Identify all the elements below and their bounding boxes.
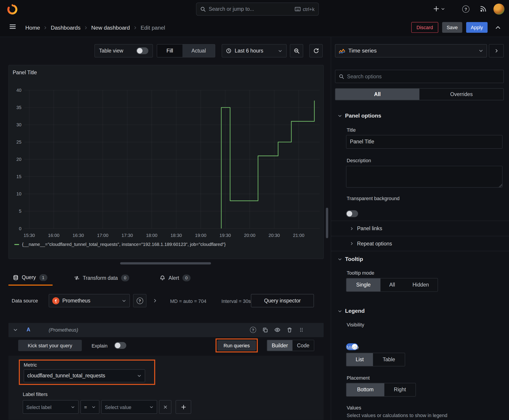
- search-options-input[interactable]: [347, 74, 500, 79]
- kick-start-query-button[interactable]: Kick start your query: [18, 340, 82, 351]
- user-avatar[interactable]: [494, 4, 504, 15]
- search-options[interactable]: [335, 70, 504, 83]
- title-field[interactable]: [346, 135, 502, 149]
- display-mode-actual[interactable]: Actual: [182, 45, 215, 57]
- datasource-picker[interactable]: Prometheus: [49, 294, 130, 307]
- legend-swatch: [14, 244, 19, 245]
- breadcrumb-home[interactable]: Home: [25, 24, 40, 31]
- global-search[interactable]: ctrl+k: [196, 3, 319, 16]
- query-ref-id[interactable]: A: [27, 327, 30, 333]
- help-button[interactable]: ?: [462, 6, 470, 13]
- svg-text:15: 15: [16, 174, 22, 179]
- add-filter-button[interactable]: [176, 400, 191, 414]
- global-search-input[interactable]: [209, 6, 292, 12]
- tab-overrides[interactable]: Overrides: [419, 89, 504, 100]
- select-value-dropdown[interactable]: Select value: [101, 400, 157, 414]
- tooltip-mode-single[interactable]: Single: [346, 278, 380, 292]
- svg-text:5: 5: [19, 209, 21, 214]
- tab-transform-data[interactable]: Transform data 0: [69, 270, 134, 286]
- svg-text:0: 0: [19, 226, 21, 231]
- editor-mode-switch: Builder Code: [267, 340, 314, 351]
- tooltip-mode-all[interactable]: All: [380, 278, 404, 292]
- query-row-actions: ?: [250, 327, 304, 333]
- refresh-button[interactable]: [309, 44, 322, 57]
- tab-alert-count: 0: [182, 275, 190, 281]
- time-series-chart[interactable]: 051015202530354015:3016:0016:3017:0017:3…: [11, 83, 321, 237]
- query-row-header[interactable]: A (Prometheus) ?: [8, 323, 324, 337]
- chart-legend[interactable]: {__name__="cloudflared_tunnel_total_requ…: [14, 242, 226, 247]
- select-label-dropdown[interactable]: Select label: [23, 400, 79, 414]
- tooltip-header[interactable]: Tooltip: [338, 256, 363, 262]
- repeat-options-section[interactable]: Repeat options: [331, 236, 509, 251]
- time-range-picker[interactable]: Last 6 hours: [222, 44, 287, 57]
- description-textarea[interactable]: [346, 166, 502, 188]
- duplicate-query-button[interactable]: [262, 327, 268, 333]
- breadcrumb-new-dashboard[interactable]: New dashboard: [91, 24, 130, 31]
- svg-text:20:30: 20:30: [268, 233, 280, 238]
- save-button[interactable]: Save: [442, 22, 462, 33]
- menu-button[interactable]: [9, 23, 16, 30]
- label-filters-label: Label filters: [23, 391, 48, 397]
- metric-select[interactable]: cloudflared_tunnel_total_requests: [24, 369, 145, 382]
- remove-filter-button[interactable]: [159, 400, 171, 414]
- datasource-help-button[interactable]: ?: [133, 294, 146, 307]
- display-mode-switch: Fill Actual: [157, 44, 215, 57]
- legend-mode-switch: List Table: [346, 353, 405, 366]
- discard-button[interactable]: Discard: [411, 22, 438, 33]
- drag-handle[interactable]: [299, 327, 304, 333]
- new-menu-button[interactable]: [433, 6, 445, 12]
- toggle-query-visibility-button[interactable]: [274, 327, 280, 333]
- operator-dropdown[interactable]: =: [81, 400, 99, 414]
- rss-icon: [480, 6, 486, 12]
- tab-all[interactable]: All: [335, 89, 419, 100]
- transform-icon: [74, 275, 80, 281]
- collapse-options-button[interactable]: [495, 24, 501, 31]
- legend-header[interactable]: Legend: [338, 308, 365, 315]
- query-help-button[interactable]: ?: [250, 327, 256, 333]
- tab-alert[interactable]: Alert 0: [155, 270, 196, 286]
- editor-mode-code[interactable]: Code: [292, 340, 314, 351]
- prometheus-icon: [52, 297, 60, 304]
- explain-toggle[interactable]: [114, 342, 126, 349]
- chevron-right-icon: [350, 241, 354, 246]
- panel-title[interactable]: Panel Title: [13, 70, 37, 76]
- display-mode-fill[interactable]: Fill: [157, 45, 182, 57]
- grafana-logo[interactable]: [7, 3, 18, 15]
- chevron-down-icon: [149, 405, 153, 409]
- legend-placement-right[interactable]: Right: [384, 383, 416, 396]
- legend-mode-table[interactable]: Table: [373, 353, 405, 366]
- panel-options-header[interactable]: Panel options: [338, 113, 381, 119]
- chevron-down-icon: [338, 309, 342, 314]
- editor-mode-builder[interactable]: Builder: [267, 340, 292, 351]
- breadcrumb-dashboards[interactable]: Dashboards: [51, 24, 81, 31]
- legend-mode-list[interactable]: List: [346, 353, 373, 366]
- tooltip-mode-hidden[interactable]: Hidden: [404, 278, 437, 292]
- query-inspector-button[interactable]: Query inspector: [251, 294, 314, 307]
- run-queries-button[interactable]: Run queries: [218, 340, 256, 351]
- delete-query-button[interactable]: [287, 327, 292, 333]
- horizontal-scrollbar-thumb[interactable]: [120, 262, 211, 264]
- svg-text:30: 30: [16, 122, 22, 127]
- panel-links-section[interactable]: Panel links: [331, 221, 509, 236]
- title-input[interactable]: [350, 139, 498, 145]
- svg-text:21:00: 21:00: [293, 233, 304, 238]
- chevron-right-icon: [43, 26, 48, 30]
- table-view-control: Table view: [94, 44, 153, 57]
- visualization-picker[interactable]: Time series: [335, 44, 487, 57]
- chevron-right-icon: [84, 26, 88, 30]
- table-view-toggle[interactable]: [137, 47, 149, 54]
- collapse-sidebar-button[interactable]: [489, 44, 504, 57]
- transparent-background-toggle[interactable]: [346, 210, 358, 217]
- tab-query-label: Query: [22, 275, 36, 280]
- zoom-out-time-button[interactable]: [290, 44, 303, 57]
- legend-placement-bottom[interactable]: Bottom: [346, 383, 384, 396]
- search-icon: [339, 74, 344, 79]
- news-button[interactable]: [480, 6, 486, 12]
- vertical-scrollbar-thumb[interactable]: [326, 208, 328, 238]
- shortcut-hint: ctrl+k: [295, 6, 315, 12]
- query-options-expand-icon[interactable]: [153, 298, 158, 303]
- x-icon: [163, 405, 168, 409]
- apply-button[interactable]: Apply: [466, 22, 487, 33]
- tab-query[interactable]: Query 1: [8, 270, 53, 286]
- collapse-query-icon[interactable]: [13, 327, 18, 332]
